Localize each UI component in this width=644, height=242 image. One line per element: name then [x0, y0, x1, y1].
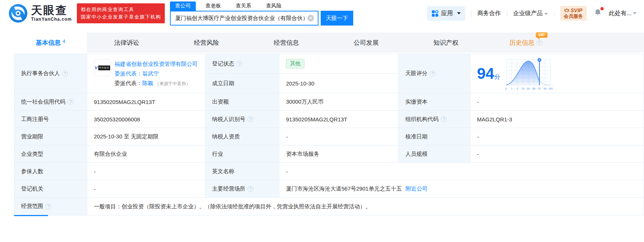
tab-label: 基本信息 [35, 38, 61, 47]
field-label-paid-capital: 实缴资本 [399, 93, 470, 111]
basic-info-table: 执行事务合伙人? V 华兴创业 福建省创新创业投资管理有限公司委派代表：翁武宁 … [14, 54, 644, 215]
field-label-reg-number: 工商注册号 [14, 111, 87, 128]
label-text: 组织机构代码 [405, 116, 439, 123]
apps-label: 应用 [441, 10, 453, 17]
user-menu[interactable]: 此处有... [609, 10, 637, 17]
divider [554, 10, 554, 17]
tab-label: 经营风险 [194, 38, 219, 47]
clear-search-icon[interactable]: ✕ [307, 15, 314, 21]
svg-text:3: 3 [517, 87, 518, 90]
field-label-industry: 行业 [205, 145, 279, 163]
apps-menu[interactable]: 应用 [427, 6, 465, 21]
field-label-reg-status: 登记状态? [205, 54, 279, 74]
partner-company-logo[interactable]: V 华兴创业 [94, 59, 111, 76]
help-icon[interactable]: ? [430, 71, 436, 77]
tab-operation-info[interactable]: 经营信息 [246, 33, 326, 53]
rep-source-note: （来源于中基协） [155, 81, 190, 86]
tab-operation-risk[interactable]: 经营风险 [167, 33, 246, 53]
tab-intellectual-property[interactable]: 知识产权 [406, 33, 486, 53]
field-value-main-address: 厦门市海沧区海沧大道567号2901单元之五十五 附近公司 [279, 180, 644, 198]
tab-company-development[interactable]: 公司发展 [326, 33, 406, 53]
help-icon[interactable]: ? [68, 99, 74, 105]
nearby-companies-link[interactable]: 附近公司 [405, 185, 427, 192]
field-label-org-code: 组织机构代码? [399, 111, 470, 128]
label-text: 成立日期 [212, 80, 234, 87]
search-tab-boss[interactable]: 查老板 [200, 1, 226, 11]
tianyancha-logo[interactable]: 天眼查 TianYanCha.com [9, 4, 72, 23]
search-tab-company[interactable]: 查公司 [170, 1, 196, 11]
chevron-down-icon [544, 13, 548, 15]
field-label-business-term: 营业期限 [14, 128, 87, 145]
label-text: 纳税人识别号 [212, 116, 245, 123]
help-icon[interactable]: ? [236, 61, 242, 67]
help-icon[interactable]: ? [536, 40, 542, 46]
field-value-tax-id: 91350205MAG2LQR13T [279, 111, 399, 128]
tab-bar-filler [566, 33, 644, 53]
field-label-capital: 出资额 [205, 93, 279, 111]
label-text: 英文名称 [212, 168, 234, 175]
label-text: 人员规模 [405, 151, 427, 158]
label-text: 参保人数 [21, 168, 43, 175]
tab-legal-proceedings[interactable]: 法律诉讼 [87, 33, 167, 53]
label-text: 纳税人资质 [212, 133, 240, 140]
field-label-approve-date: 核准日期 [399, 128, 470, 145]
help-icon[interactable]: ? [248, 116, 253, 122]
field-label-credit-code: 统一社会信用代码? [14, 93, 87, 111]
label-text: 工商注册号 [21, 116, 49, 123]
tianyancha-logo-icon [9, 4, 27, 23]
help-icon[interactable]: ? [62, 71, 68, 77]
help-icon[interactable]: ? [248, 186, 253, 192]
search-input[interactable] [175, 15, 307, 21]
field-value-paid-capital: - [470, 93, 644, 111]
promo-line1: 都在用的商业查询工具 [81, 6, 161, 13]
label-text: 执行事务合伙人 [21, 70, 60, 77]
nav-business-cooperation[interactable]: 商务合作 [477, 10, 501, 17]
field-label-tax-id: 纳税人识别号? [205, 111, 279, 128]
partner-company-link[interactable]: 福建省创新创业投资管理有限公司委派代表：翁武宁 [115, 61, 198, 77]
field-value-reg-status: 其他 [279, 54, 399, 74]
field-value-establish-date: 2025-10-30 [279, 74, 399, 93]
tab-basic-info[interactable]: 基本信息 4 [14, 33, 87, 53]
label-text: 核准日期 [405, 133, 427, 140]
field-value-business-scope: 一般项目：创业投资（限投资未上市企业）。（除依法须经批准的项目外，凭营业执照依法… [87, 198, 644, 215]
field-value-org-code: MAG2LQR1-3 [470, 111, 644, 128]
search-tab-risk[interactable]: 查风险 [261, 1, 287, 11]
help-icon[interactable]: ? [441, 116, 447, 122]
promo-banner: 都在用的商业查询工具 国家中小企业发展子基金旗下机构 [77, 3, 165, 23]
tab-label: 知识产权 [433, 38, 459, 47]
search-button[interactable]: 天眼一下 [321, 11, 353, 26]
svip-member-badge[interactable]: SVIP 会员服务 [560, 6, 587, 21]
field-value-business-term: 2025-10-30 至 无固定期限 [87, 128, 205, 145]
next-section-indicator [14, 215, 48, 216]
field-label-company-type: 企业类型 [14, 145, 87, 163]
nav-enterprise-products[interactable]: 企业级产品 [513, 10, 548, 17]
search-tab-relation[interactable]: 查关系 [231, 1, 256, 11]
field-value-company-type: 有限合伙企业 [87, 145, 205, 163]
svg-text:97: 97 [538, 87, 541, 90]
score-unit: 分 [494, 73, 500, 81]
svg-text:100: 100 [548, 87, 553, 90]
tab-history-info[interactable]: 历史信息 ? VIP [486, 33, 566, 53]
field-label-reg-authority: 登记机关 [14, 180, 87, 198]
field-value-executive-partner: V 华兴创业 福建省创新创业投资管理有限公司委派代表：翁武宁 委派代表：陈颖 （… [87, 54, 205, 93]
chevron-down-icon [457, 12, 461, 14]
top-header: 天眼查 TianYanCha.com 都在用的商业查询工具 国家中小企业发展子基… [0, 0, 644, 27]
field-label-english-name: 英文名称 [205, 163, 279, 180]
partner-logo-mark: V [95, 65, 97, 70]
tab-label: 法律诉讼 [114, 38, 139, 47]
help-icon[interactable]: ? [45, 204, 51, 209]
divider [471, 10, 471, 17]
svg-text:0: 0 [505, 87, 507, 90]
field-label-business-scope: 经营范围? [14, 198, 87, 215]
notification-bell-icon[interactable] [593, 8, 602, 19]
search-tabs: 查公司 查老板 查关系 查风险 [170, 1, 353, 11]
rep-label: 委派代表： [115, 80, 142, 86]
user-name: 此处有... [609, 10, 631, 17]
field-value-reg-authority: - [87, 180, 205, 198]
label-text: 登记机关 [21, 185, 43, 192]
brand-title: 天眼查 [31, 5, 72, 16]
rep-name-link[interactable]: 陈颖 [142, 80, 153, 86]
svip-label: SVIP [570, 7, 582, 13]
label-text: 企业类型 [21, 151, 43, 158]
field-value-tianyan-score: 94 分 0131550859799100 [470, 54, 644, 93]
